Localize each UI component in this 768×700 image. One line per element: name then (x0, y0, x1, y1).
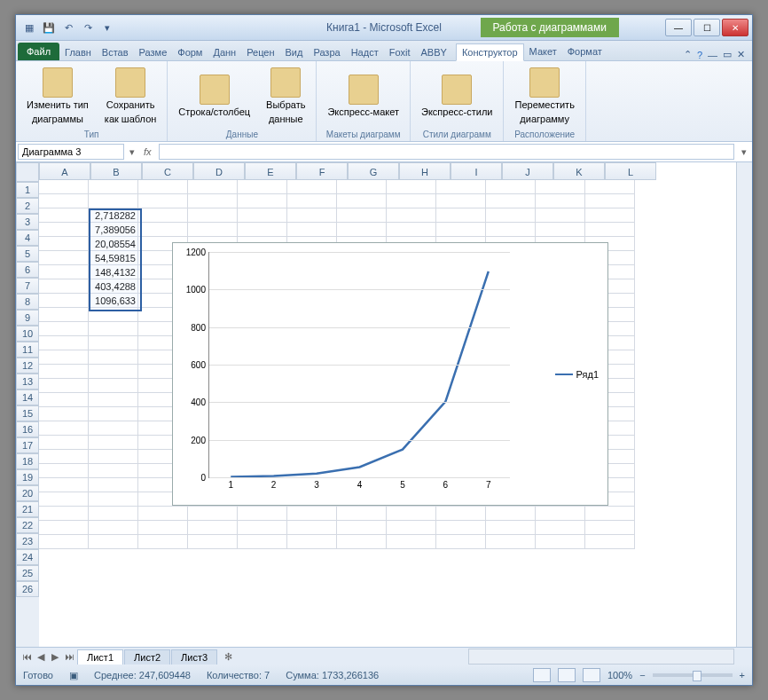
select-all-corner[interactable] (16, 162, 39, 182)
view-normal-button[interactable] (533, 668, 551, 682)
cell[interactable] (138, 223, 188, 237)
cell[interactable] (89, 450, 138, 464)
col-header[interactable]: I (451, 162, 502, 180)
cell[interactable] (39, 521, 89, 535)
cell[interactable] (536, 208, 585, 223)
cell[interactable] (337, 535, 387, 549)
cell[interactable] (287, 535, 337, 549)
row-header[interactable]: 16 (16, 421, 39, 437)
close-button[interactable]: ✕ (722, 19, 748, 36)
cell[interactable] (138, 535, 188, 549)
cell[interactable] (536, 521, 585, 535)
cell[interactable] (39, 208, 89, 223)
cell[interactable] (138, 180, 188, 194)
cell[interactable] (89, 379, 138, 393)
minimize-ribbon-icon[interactable]: ⌃ (684, 49, 692, 60)
save-icon[interactable]: 💾 (41, 20, 57, 35)
cell[interactable] (89, 322, 138, 336)
row-header[interactable]: 9 (16, 310, 39, 326)
cell[interactable] (89, 350, 138, 365)
cell[interactable] (39, 436, 89, 450)
cell[interactable] (536, 223, 585, 237)
cell[interactable] (536, 535, 585, 549)
cell[interactable] (39, 294, 89, 308)
cell[interactable] (436, 208, 486, 223)
view-layout-button[interactable] (558, 668, 576, 682)
row-header[interactable]: 2 (16, 198, 39, 214)
row-header[interactable]: 26 (16, 581, 39, 597)
cell[interactable] (387, 223, 436, 237)
cell[interactable] (39, 507, 89, 521)
ribbon-button[interactable]: Изменить типдиаграммы (23, 66, 92, 126)
cell[interactable]: 2,718282 (89, 208, 138, 223)
tab-file[interactable]: Файл (18, 43, 59, 60)
cell[interactable] (188, 194, 238, 208)
cell[interactable] (39, 464, 89, 478)
cell[interactable] (39, 478, 89, 492)
sheet-nav-last-icon[interactable]: ⏭ (62, 649, 76, 664)
row-header[interactable]: 18 (16, 453, 39, 469)
cell[interactable] (89, 478, 138, 492)
cell[interactable] (585, 180, 635, 194)
tab-форм[interactable]: Форм (172, 44, 208, 60)
col-header[interactable]: H (399, 162, 451, 180)
maximize-button[interactable]: ☐ (694, 19, 720, 36)
row-header[interactable]: 21 (16, 501, 39, 517)
cell[interactable] (337, 521, 387, 535)
cell[interactable]: 7,389056 (89, 223, 138, 237)
col-header[interactable]: B (90, 162, 142, 180)
cell[interactable] (188, 521, 238, 535)
vertical-scrollbar[interactable] (736, 162, 752, 647)
cell[interactable] (138, 507, 188, 521)
row-header[interactable]: 7 (16, 278, 39, 294)
col-header[interactable]: C (142, 162, 193, 180)
tab-foxit[interactable]: Foxit (384, 44, 416, 60)
cell[interactable] (387, 180, 436, 194)
tab-разра[interactable]: Разра (308, 44, 345, 60)
ribbon-button[interactable]: Выбратьданные (263, 66, 309, 126)
cell[interactable] (39, 265, 89, 279)
namebox-dropdown-icon[interactable]: ▾ (126, 146, 138, 158)
cell[interactable] (585, 194, 635, 208)
cell[interactable] (436, 194, 486, 208)
cell[interactable] (436, 521, 486, 535)
row-header[interactable]: 23 (16, 533, 39, 549)
cell[interactable] (39, 379, 89, 393)
cell[interactable]: 20,08554 (89, 237, 138, 251)
row-header[interactable]: 10 (16, 326, 39, 342)
cell[interactable] (238, 208, 287, 223)
name-box[interactable]: Диаграмма 3 (18, 144, 124, 160)
row-header[interactable]: 6 (16, 262, 39, 278)
tab-конструктор[interactable]: Конструктор (456, 43, 524, 61)
cell[interactable] (486, 180, 536, 194)
qat-more-icon[interactable]: ▾ (99, 20, 115, 35)
formula-input[interactable] (159, 144, 734, 160)
tab-встав[interactable]: Встав (97, 44, 134, 60)
cell[interactable] (387, 521, 436, 535)
row-header[interactable]: 17 (16, 437, 39, 453)
tab-данн[interactable]: Данн (208, 44, 241, 60)
sheet-nav-first-icon[interactable]: ⏮ (20, 649, 34, 664)
cell[interactable] (89, 407, 138, 421)
cell[interactable] (188, 180, 238, 194)
cell[interactable] (585, 535, 635, 549)
cell[interactable] (536, 507, 585, 521)
ribbon-button[interactable]: Экспресс-макет (324, 73, 403, 120)
row-header[interactable]: 4 (16, 230, 39, 246)
cell[interactable] (486, 208, 536, 223)
tab-формат[interactable]: Формат (562, 43, 607, 60)
cell[interactable] (238, 521, 287, 535)
cell[interactable] (436, 223, 486, 237)
cell[interactable] (287, 223, 337, 237)
cell[interactable] (387, 535, 436, 549)
cell[interactable] (337, 208, 387, 223)
col-header[interactable]: A (39, 162, 90, 180)
cell[interactable] (486, 521, 536, 535)
cell[interactable] (39, 407, 89, 421)
cell[interactable] (89, 521, 138, 535)
cell[interactable] (585, 521, 635, 535)
cell[interactable] (238, 180, 287, 194)
cell[interactable] (238, 535, 287, 549)
cell[interactable] (436, 535, 486, 549)
cell[interactable] (486, 223, 536, 237)
